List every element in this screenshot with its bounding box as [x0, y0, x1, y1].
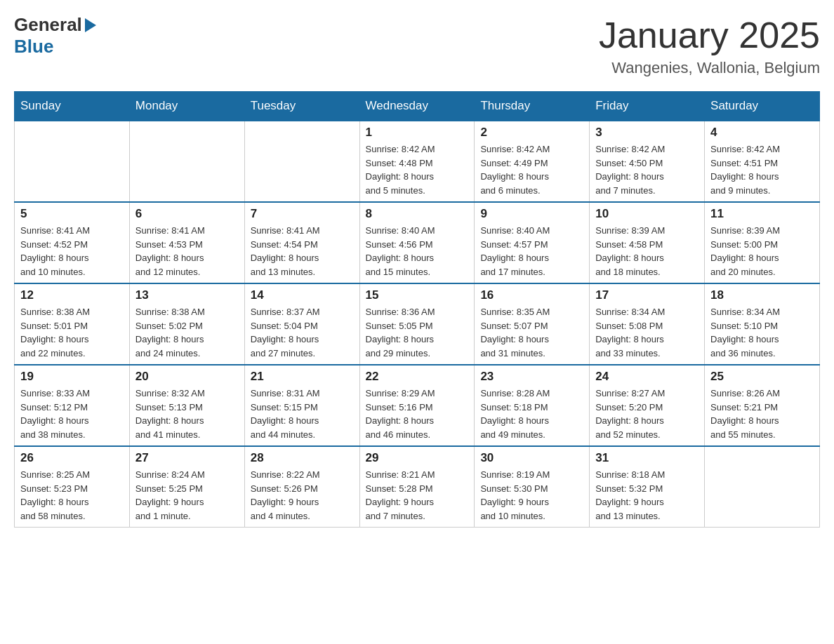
calendar-cell-w2d3: 7Sunrise: 8:41 AM Sunset: 4:54 PM Daylig…	[244, 202, 359, 283]
day-number-10: 10	[595, 207, 699, 221]
calendar-cell-w1d3	[244, 121, 359, 202]
day-info-7: Sunrise: 8:41 AM Sunset: 4:54 PM Dayligh…	[251, 224, 354, 279]
day-number-13: 13	[135, 288, 239, 302]
day-info-16: Sunrise: 8:35 AM Sunset: 5:07 PM Dayligh…	[480, 305, 583, 360]
day-info-6: Sunrise: 8:41 AM Sunset: 4:53 PM Dayligh…	[135, 224, 239, 279]
header-tuesday: Tuesday	[244, 92, 359, 121]
header-thursday: Thursday	[475, 92, 590, 121]
day-info-9: Sunrise: 8:40 AM Sunset: 4:57 PM Dayligh…	[480, 224, 583, 279]
day-number-9: 9	[480, 207, 583, 221]
day-number-19: 19	[20, 370, 124, 384]
calendar-cell-w2d4: 8Sunrise: 8:40 AM Sunset: 4:56 PM Daylig…	[359, 202, 475, 283]
calendar-cell-w2d5: 9Sunrise: 8:40 AM Sunset: 4:57 PM Daylig…	[475, 202, 590, 283]
day-info-2: Sunrise: 8:42 AM Sunset: 4:49 PM Dayligh…	[480, 142, 583, 197]
calendar-cell-w5d7	[705, 446, 820, 528]
day-info-31: Sunrise: 8:18 AM Sunset: 5:32 PM Dayligh…	[595, 468, 699, 523]
day-number-22: 22	[366, 370, 469, 384]
calendar-cell-w4d5: 23Sunrise: 8:28 AM Sunset: 5:18 PM Dayli…	[475, 365, 590, 446]
calendar-cell-w3d2: 13Sunrise: 8:38 AM Sunset: 5:02 PM Dayli…	[129, 283, 244, 365]
day-info-17: Sunrise: 8:34 AM Sunset: 5:08 PM Dayligh…	[595, 305, 699, 360]
day-number-31: 31	[595, 451, 699, 465]
day-info-25: Sunrise: 8:26 AM Sunset: 5:21 PM Dayligh…	[710, 387, 814, 441]
day-number-20: 20	[135, 370, 239, 384]
day-number-17: 17	[595, 288, 699, 302]
day-info-27: Sunrise: 8:24 AM Sunset: 5:25 PM Dayligh…	[135, 468, 239, 523]
day-number-4: 4	[710, 126, 814, 140]
title-section: January 2025 Wangenies, Wallonia, Belgiu…	[599, 14, 820, 77]
calendar-cell-w5d2: 27Sunrise: 8:24 AM Sunset: 5:25 PM Dayli…	[129, 446, 244, 528]
day-number-23: 23	[480, 370, 583, 384]
calendar-cell-w4d1: 19Sunrise: 8:33 AM Sunset: 5:12 PM Dayli…	[15, 365, 130, 446]
day-info-23: Sunrise: 8:28 AM Sunset: 5:18 PM Dayligh…	[480, 387, 583, 441]
calendar-cell-w1d6: 3Sunrise: 8:42 AM Sunset: 4:50 PM Daylig…	[590, 121, 705, 202]
day-info-18: Sunrise: 8:34 AM Sunset: 5:10 PM Dayligh…	[710, 305, 814, 360]
day-info-4: Sunrise: 8:42 AM Sunset: 4:51 PM Dayligh…	[710, 142, 814, 197]
week-row-5: 26Sunrise: 8:25 AM Sunset: 5:23 PM Dayli…	[15, 446, 820, 528]
day-info-8: Sunrise: 8:40 AM Sunset: 4:56 PM Dayligh…	[366, 224, 469, 279]
day-info-3: Sunrise: 8:42 AM Sunset: 4:50 PM Dayligh…	[595, 142, 699, 197]
calendar-cell-w3d3: 14Sunrise: 8:37 AM Sunset: 5:04 PM Dayli…	[244, 283, 359, 365]
day-number-1: 1	[366, 126, 469, 140]
week-row-2: 5Sunrise: 8:41 AM Sunset: 4:52 PM Daylig…	[15, 202, 820, 283]
calendar-cell-w3d5: 16Sunrise: 8:35 AM Sunset: 5:07 PM Dayli…	[475, 283, 590, 365]
calendar-cell-w5d5: 30Sunrise: 8:19 AM Sunset: 5:30 PM Dayli…	[475, 446, 590, 528]
day-number-5: 5	[20, 207, 124, 221]
logo: General Blue	[14, 14, 96, 58]
logo-arrow-icon	[85, 18, 96, 32]
day-info-26: Sunrise: 8:25 AM Sunset: 5:23 PM Dayligh…	[20, 468, 124, 523]
month-title: January 2025	[599, 14, 820, 56]
header-wednesday: Wednesday	[359, 92, 475, 121]
week-row-1: 1Sunrise: 8:42 AM Sunset: 4:48 PM Daylig…	[15, 121, 820, 202]
week-row-4: 19Sunrise: 8:33 AM Sunset: 5:12 PM Dayli…	[15, 365, 820, 446]
day-info-20: Sunrise: 8:32 AM Sunset: 5:13 PM Dayligh…	[135, 387, 239, 441]
day-number-29: 29	[366, 451, 469, 465]
day-info-14: Sunrise: 8:37 AM Sunset: 5:04 PM Dayligh…	[251, 305, 354, 360]
calendar-header-row: Sunday Monday Tuesday Wednesday Thursday…	[15, 92, 820, 121]
day-number-6: 6	[135, 207, 239, 221]
logo-general-text: General	[14, 14, 82, 36]
day-number-25: 25	[710, 370, 814, 384]
calendar-table: Sunday Monday Tuesday Wednesday Thursday…	[14, 91, 820, 528]
day-info-28: Sunrise: 8:22 AM Sunset: 5:26 PM Dayligh…	[251, 468, 354, 523]
calendar-cell-w4d6: 24Sunrise: 8:27 AM Sunset: 5:20 PM Dayli…	[590, 365, 705, 446]
day-info-12: Sunrise: 8:38 AM Sunset: 5:01 PM Dayligh…	[20, 305, 124, 360]
day-number-8: 8	[366, 207, 469, 221]
day-number-11: 11	[710, 207, 814, 221]
day-info-29: Sunrise: 8:21 AM Sunset: 5:28 PM Dayligh…	[366, 468, 469, 523]
day-number-21: 21	[251, 370, 354, 384]
calendar-cell-w3d4: 15Sunrise: 8:36 AM Sunset: 5:05 PM Dayli…	[359, 283, 475, 365]
day-number-2: 2	[480, 126, 583, 140]
day-number-14: 14	[251, 288, 354, 302]
calendar-cell-w3d1: 12Sunrise: 8:38 AM Sunset: 5:01 PM Dayli…	[15, 283, 130, 365]
day-number-16: 16	[480, 288, 583, 302]
day-number-30: 30	[480, 451, 583, 465]
header-friday: Friday	[590, 92, 705, 121]
day-number-18: 18	[710, 288, 814, 302]
header-sunday: Sunday	[15, 92, 130, 121]
week-row-3: 12Sunrise: 8:38 AM Sunset: 5:01 PM Dayli…	[15, 283, 820, 365]
header-monday: Monday	[129, 92, 244, 121]
calendar-cell-w1d1	[15, 121, 130, 202]
calendar-cell-w5d1: 26Sunrise: 8:25 AM Sunset: 5:23 PM Dayli…	[15, 446, 130, 528]
day-info-22: Sunrise: 8:29 AM Sunset: 5:16 PM Dayligh…	[366, 387, 469, 441]
calendar-cell-w2d6: 10Sunrise: 8:39 AM Sunset: 4:58 PM Dayli…	[590, 202, 705, 283]
day-info-11: Sunrise: 8:39 AM Sunset: 5:00 PM Dayligh…	[710, 224, 814, 279]
calendar-cell-w1d7: 4Sunrise: 8:42 AM Sunset: 4:51 PM Daylig…	[705, 121, 820, 202]
day-number-12: 12	[20, 288, 124, 302]
day-number-28: 28	[251, 451, 354, 465]
calendar-cell-w4d3: 21Sunrise: 8:31 AM Sunset: 5:15 PM Dayli…	[244, 365, 359, 446]
page-header: General Blue January 2025 Wangenies, Wal…	[14, 14, 820, 77]
calendar-cell-w3d6: 17Sunrise: 8:34 AM Sunset: 5:08 PM Dayli…	[590, 283, 705, 365]
calendar-cell-w4d2: 20Sunrise: 8:32 AM Sunset: 5:13 PM Dayli…	[129, 365, 244, 446]
location-text: Wangenies, Wallonia, Belgium	[599, 59, 820, 77]
calendar-cell-w5d6: 31Sunrise: 8:18 AM Sunset: 5:32 PM Dayli…	[590, 446, 705, 528]
day-number-26: 26	[20, 451, 124, 465]
calendar-cell-w4d4: 22Sunrise: 8:29 AM Sunset: 5:16 PM Dayli…	[359, 365, 475, 446]
day-info-24: Sunrise: 8:27 AM Sunset: 5:20 PM Dayligh…	[595, 387, 699, 441]
day-info-30: Sunrise: 8:19 AM Sunset: 5:30 PM Dayligh…	[480, 468, 583, 523]
day-info-21: Sunrise: 8:31 AM Sunset: 5:15 PM Dayligh…	[251, 387, 354, 441]
logo-blue-text: Blue	[14, 36, 53, 58]
calendar-cell-w2d2: 6Sunrise: 8:41 AM Sunset: 4:53 PM Daylig…	[129, 202, 244, 283]
day-number-7: 7	[251, 207, 354, 221]
day-info-19: Sunrise: 8:33 AM Sunset: 5:12 PM Dayligh…	[20, 387, 124, 441]
